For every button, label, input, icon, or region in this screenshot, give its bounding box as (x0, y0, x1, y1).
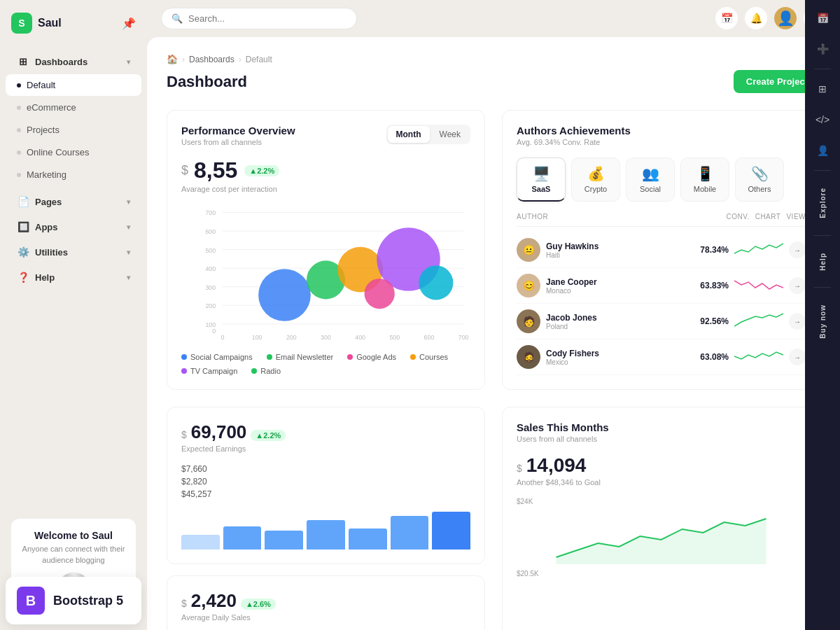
ecommerce-label: eCommerce (27, 102, 76, 113)
nav-item-utilities[interactable]: ⚙️ Utilities ▾ (6, 240, 141, 264)
saas-label: SaaS (532, 185, 551, 193)
legend-label: Google Ads (356, 353, 396, 361)
v-icon-add[interactable]: ➕ (811, 38, 834, 60)
tab-week[interactable]: Week (431, 126, 469, 143)
v-separator (814, 69, 831, 69)
search-input[interactable] (188, 13, 346, 24)
bootstrap-badge: B Bootstrap 5 (6, 577, 141, 624)
author-row: 😐 Guy Hawkins Haiti 78.34% → (517, 232, 806, 268)
author-name: Guy Hawkins (546, 241, 598, 251)
nav-item-ecommerce[interactable]: eCommerce (6, 97, 141, 118)
tab-others[interactable]: 📎 Others (735, 158, 784, 202)
v-label-explore[interactable]: Explore (819, 179, 827, 227)
sales-card: Sales This Months Users from all channel… (502, 407, 820, 630)
stats-bottom-left: $ 69,700 ▲2.2% Expected Earnings $7,660 … (167, 407, 485, 630)
view-btn-guy[interactable]: → (789, 241, 806, 258)
content-area: 🏠 › Dashboards › Default Dashboard Creat… (147, 37, 840, 630)
nav-item-apps[interactable]: 🔲 Apps ▾ (6, 215, 141, 239)
svg-point-23 (258, 269, 311, 321)
crypto-label: Crypto (584, 185, 607, 193)
tab-saas[interactable]: 🖥️ SaaS (517, 158, 566, 202)
nav-item-online-courses[interactable]: Online Courses (6, 141, 141, 163)
tab-social[interactable]: 👥 Social (626, 158, 675, 202)
tab-month[interactable]: Month (388, 126, 430, 143)
v-icon-grid[interactable]: ⊞ (811, 78, 834, 100)
legend-email: Email Newsletter (267, 353, 334, 361)
mini-chart-jane (734, 275, 783, 296)
legend-label: Radio (260, 367, 281, 375)
view-btn-jacob[interactable]: → (789, 313, 806, 330)
sales-chart-svg (517, 508, 806, 564)
sales-value-row: $ 14,094 (517, 454, 806, 477)
bar (223, 526, 262, 550)
notification-icon-btn[interactable]: 🔔 (745, 7, 767, 29)
earnings-card: $ 69,700 ▲2.2% Expected Earnings $7,660 … (167, 407, 485, 564)
breadcrumb-dashboards[interactable]: Dashboards (189, 55, 234, 64)
daily-sales-value-row: $ 2,420 ▲2.6% (181, 590, 470, 612)
page-title: Dashboard (167, 73, 247, 91)
authors-subtitle: Avg. 69.34% Conv. Rate (517, 138, 631, 146)
legend-label: TV Campaign (190, 367, 237, 375)
conv-rate: 63.08% (700, 352, 729, 362)
earnings-items: $7,660 $2,820 $45,257 (181, 464, 470, 499)
search-box[interactable]: 🔍 (161, 8, 357, 29)
nav-item-help[interactable]: ❓ Help ▾ (6, 265, 141, 289)
author-name: Jacob Jones (546, 313, 597, 323)
earnings-card-header: $ 69,700 ▲2.2% Expected Earnings (181, 421, 470, 453)
projects-label: Projects (27, 125, 59, 135)
v-label-help[interactable]: Help (819, 244, 827, 279)
col-author: AUTHOR (517, 213, 720, 220)
dashboards-label: Dashboards (35, 57, 88, 67)
daily-sales-card: $ 2,420 ▲2.6% Average Daily Sales (167, 575, 485, 630)
legend-tv: TV Campaign (181, 367, 237, 375)
authors-titles: Authors Achievements Avg. 69.34% Conv. R… (517, 125, 631, 146)
authors-title: Authors Achievements (517, 125, 631, 136)
legend-dot (410, 354, 416, 360)
svg-text:0: 0 (212, 328, 216, 335)
author-name: Jane Cooper (546, 277, 597, 287)
col-conv: CONV. (726, 213, 749, 220)
conv-rate: 92.56% (700, 316, 729, 326)
nav-item-pages[interactable]: 📄 Pages ▾ (6, 190, 141, 214)
svg-text:400: 400 (205, 265, 216, 272)
nav-item-default[interactable]: Default (6, 74, 141, 96)
help-icon: ❓ (17, 271, 29, 284)
tab-crypto[interactable]: 💰 Crypto (571, 158, 620, 202)
utilities-icon: ⚙️ (17, 246, 29, 258)
tab-mobile[interactable]: 📱 Mobile (680, 158, 729, 202)
authors-card-header: Authors Achievements Avg. 69.34% Conv. R… (517, 125, 806, 146)
conv-rate: 63.83% (700, 281, 729, 290)
svg-point-27 (365, 279, 395, 309)
main-area: 🔍 📅 🔔 👤 ⚙ 🏠 › Dashboards › Default Dashb… (147, 0, 840, 630)
pin-icon[interactable]: 📌 (122, 17, 136, 30)
performance-card-titles: Performance Overview Users from all chan… (181, 125, 295, 146)
welcome-subtitle: Anyone can connect with their audience b… (20, 544, 127, 566)
author-row: 🧔 Cody Fishers Mexico 63.08% → (517, 340, 806, 375)
pages-label: Pages (35, 197, 62, 207)
others-label: Others (748, 185, 771, 193)
sales-chart: $24K $20.5K (517, 498, 806, 578)
avatar-jacob: 🧑 (517, 309, 540, 333)
view-btn-cody[interactable]: → (789, 349, 806, 365)
legend-label: Social Campaigns (190, 353, 253, 361)
v-icon-code[interactable]: </> (811, 108, 834, 131)
dot-icon (17, 150, 21, 155)
view-btn-jane[interactable]: → (789, 277, 806, 294)
calendar-icon-btn[interactable]: 📅 (715, 7, 738, 29)
nav-item-dashboards[interactable]: ⊞ Dashboards ▾ (6, 50, 141, 74)
bootstrap-icon: B (17, 587, 45, 615)
nav-item-projects[interactable]: Projects (6, 119, 141, 141)
earnings-item1: $7,660 (181, 464, 470, 474)
home-icon[interactable]: 🏠 (167, 54, 178, 64)
social-label: Social (640, 185, 661, 193)
social-icon: 👥 (642, 165, 659, 182)
sales-card-header: Sales This Months Users from all channel… (517, 421, 806, 443)
user-avatar[interactable]: 👤 (774, 7, 797, 29)
v-icon-user[interactable]: 👤 (811, 139, 834, 162)
v-label-buynow[interactable]: Buy now (819, 296, 827, 347)
sales-y-label-low: $20.5K (517, 570, 806, 578)
nav-item-marketing[interactable]: Marketing (6, 164, 141, 186)
author-details-cody: Cody Fishers Mexico (546, 349, 599, 366)
svg-text:300: 300 (205, 284, 216, 291)
author-location: Monaco (546, 287, 597, 295)
